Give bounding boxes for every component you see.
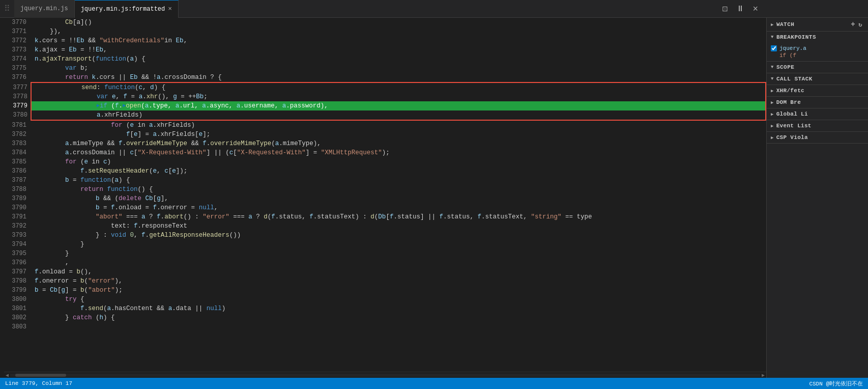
line-number: 3789	[4, 194, 31, 203]
xhr-fetch-header[interactable]: ▶ XHR/fetc	[767, 85, 868, 96]
left-gutter	[0, 18, 4, 378]
table-row: 3800 try {	[4, 295, 766, 304]
line-number: 3802	[4, 313, 31, 322]
watch-section-header[interactable]: ▶ Watch + ↻	[767, 18, 868, 31]
tab-jquery-min[interactable]: jquery.min.js	[14, 0, 75, 18]
line-number: 3800	[4, 295, 31, 304]
code-text: try {	[31, 295, 84, 304]
code-text: "abort" === a ? f.abort() : "error" === …	[31, 212, 592, 221]
breakpoint-checkbox[interactable]	[771, 45, 777, 51]
table-row: 3777 send: function(c, d) {	[32, 83, 765, 92]
h-scroll-left-arrow[interactable]: ◀	[4, 372, 10, 378]
line-number: 3803	[4, 322, 31, 331]
code-text: f.onerror = b("error"),	[31, 276, 123, 286]
line-number: 3785	[4, 157, 31, 166]
dom-breakpoints-header[interactable]: ▶ DOM Bre	[767, 97, 868, 108]
code-text: a.mimeType && f.overrideMimeType && f.ov…	[31, 139, 321, 148]
breakpoints-content: jquery.a if (f	[767, 43, 868, 61]
table-row: 3775 var b;	[4, 64, 766, 73]
table-row: 3792 text: f.responseText	[4, 221, 766, 231]
table-row: 3787 b = function(a) {	[4, 176, 766, 185]
code-text: f.send(a.hasContent && a.data || null)	[31, 304, 225, 313]
line-number: 3780	[5, 110, 32, 120]
table-row: 3790 b = f.onload = f.onerror = null,	[4, 203, 766, 212]
h-scroll-track[interactable]	[10, 374, 760, 377]
scope-label: Scope	[776, 64, 864, 70]
table-row: 3781 for (e in a.xhrFields)	[4, 121, 766, 130]
editor-area: 3770 Cb[a]() 3771 }), 3772 k.cors = !!Eb…	[4, 18, 766, 378]
table-row: 3798 f.onerror = b("error"),	[4, 276, 766, 286]
table-row: 3791 "abort" === a ? f.abort() : "error"…	[4, 212, 766, 221]
scope-header[interactable]: ▼ Scope	[767, 62, 868, 73]
code-text: f.setRequestHeader(e, c[e]);	[31, 166, 187, 176]
line-number: 3781	[4, 121, 31, 130]
scope-arrow-icon: ▼	[771, 65, 774, 70]
line-number: 3772	[4, 36, 31, 45]
breakpoints-section: ▼ Breakpoints jquery.a if (f	[767, 32, 868, 62]
h-scrollbar[interactable]: ◀ ▶	[4, 372, 766, 378]
code-text: }	[31, 249, 69, 258]
h-scroll-thumb[interactable]	[15, 374, 66, 377]
line-number: 3798	[4, 276, 31, 286]
undock-button[interactable]: ⊡	[719, 4, 731, 14]
call-stack-label: Call Stack	[776, 76, 864, 82]
pause-button[interactable]: ⏸	[733, 3, 747, 14]
code-scroll-container[interactable]: 3770 Cb[a]() 3771 }), 3772 k.cors = !!Eb…	[4, 18, 766, 372]
watch-refresh-icon[interactable]: ↻	[857, 21, 864, 29]
table-row: 3782 f[e] = a.xhrFields[e];	[4, 130, 766, 139]
breakpoint-file-label: jquery.a	[779, 45, 806, 51]
close-icon[interactable]: ×	[168, 6, 172, 12]
line-number: 3796	[4, 258, 31, 267]
dom-breakpoints-section: ▶ DOM Bre	[767, 97, 868, 108]
table-row: 3785 for (e in c)	[4, 157, 766, 166]
table-row: 3771 }),	[4, 27, 766, 36]
table-row: 3770 Cb[a]()	[4, 18, 766, 27]
code-text: send: function(c, d) {	[32, 83, 165, 92]
breakpoint-item[interactable]: jquery.a	[767, 44, 868, 52]
scope-section: ▼ Scope	[767, 62, 868, 73]
table-row: 3780 a.xhrFields)	[32, 110, 765, 120]
line-number: 3773	[4, 45, 31, 54]
code-text: return function() {	[31, 185, 153, 194]
table-row: 3799 b = Cb[g] = b("abort");	[4, 286, 766, 295]
tab-jquery-formatted[interactable]: jquery.min.js:formatted ×	[75, 0, 179, 18]
breakpoints-label: Breakpoints	[776, 34, 864, 40]
line-number: 3799	[4, 286, 31, 295]
table-row: 3793 } : void 0, f.getAllResponseHeaders…	[4, 231, 766, 240]
table-row: 3795 }	[4, 249, 766, 258]
global-listeners-header[interactable]: ▶ Global Li	[767, 108, 868, 120]
code-text: b = f.onload = f.onerror = null,	[31, 203, 218, 212]
h-scroll-right-arrow[interactable]: ▶	[760, 372, 766, 378]
event-listeners-header[interactable]: ▶ Event List	[767, 120, 868, 131]
code-text: f[e] = a.xhrFields[e];	[31, 130, 210, 139]
code-text: a.crossDomain || c["X-Requested-With"] |…	[31, 148, 390, 157]
event-label: Event List	[776, 123, 864, 129]
close-panel-button[interactable]: ×	[749, 3, 761, 15]
table-row: 3772 k.cors = !!Eb && "withCredentials"i…	[4, 36, 766, 45]
tab-label-active: jquery.min.js:formatted	[81, 6, 165, 13]
code-text: k.ajax = Eb = !!Eb,	[31, 45, 107, 54]
code-text: b = Cb[g] = b("abort");	[31, 286, 123, 295]
table-row: 3776 return k.cors || Eb && !a.crossDoma…	[4, 73, 766, 82]
breakpoints-header[interactable]: ▼ Breakpoints	[767, 32, 868, 43]
code-text: f.onload = b(),	[31, 267, 92, 276]
call-stack-header[interactable]: ▼ Call Stack	[767, 73, 868, 85]
csp-label: CSP Viola	[776, 134, 864, 141]
watch-add-icon[interactable]: +	[849, 20, 857, 29]
code-text: var b;	[31, 64, 88, 73]
code-text: }	[31, 240, 84, 249]
code-text: var e, f = a.xhr(), g = ++Bb;	[32, 92, 208, 101]
csp-arrow-icon: ▶	[771, 135, 774, 141]
dom-bp-arrow-icon: ▶	[771, 100, 774, 105]
line-number: 3791	[4, 212, 31, 221]
dom-bp-label: DOM Bre	[776, 99, 864, 105]
line-number: 3783	[4, 139, 31, 148]
table-row: 3788 return function() {	[4, 185, 766, 194]
watch-label: Watch	[776, 21, 849, 27]
code-text: b && (delete Cb[g],	[31, 194, 168, 203]
call-stack-arrow-icon: ▼	[771, 76, 774, 81]
code-text: return k.cors || Eb && !a.crossDomain ? …	[31, 73, 222, 82]
csp-violations-header[interactable]: ▶ CSP Viola	[767, 132, 868, 143]
line-number: 3790	[4, 203, 31, 212]
right-panel: ▶ Watch + ↻ ▼ Breakpoints jquery.a	[766, 18, 868, 378]
